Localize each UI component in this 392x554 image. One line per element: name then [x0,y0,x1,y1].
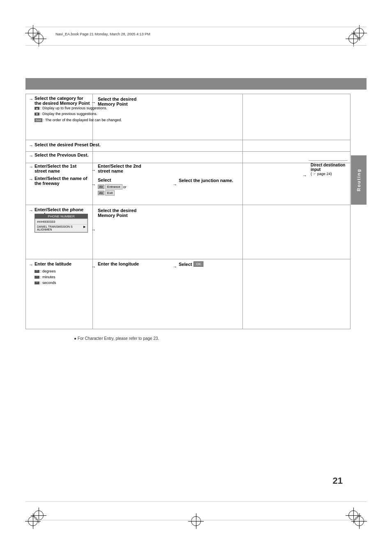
row7-note3: " : seconds [35,281,56,285]
row7-note2-text: : minutes [40,275,55,279]
row7-ok-btn[interactable]: OK [194,261,203,267]
bottom-border-line1 [25,501,367,502]
row7-note1: ° : degrees [35,269,56,273]
row1-step2: Select the desired Memory Point [98,97,151,106]
row-divider-1 [25,140,350,140]
row7-note1-text: : degrees [40,269,56,273]
row5-conn-arrow: → [91,182,96,187]
main-box-bottom [25,329,350,329]
row2-text: Select the desired Preset Dest. [35,142,101,147]
row7-note2: ' : minutes [35,275,55,279]
row7-arrow1: → [29,262,33,267]
row2-label: Select the desired Preset Dest. [35,142,101,147]
row5-exit-row: Ab Exit [98,190,115,196]
row7-note3-text: : seconds [40,281,56,285]
main-box-left [25,94,26,329]
phone-entry-arrow: ▶ [83,225,85,231]
row5-entrance-icon: Ab [98,185,104,189]
row4-step2: Enter/Select the 2nd street name [98,164,151,173]
row1-arrow1: → [29,97,33,102]
top-border-line [25,27,367,27]
row1-note3: Sort : The order of the displayed list c… [35,118,122,122]
row7-step3: Select OK [179,261,203,267]
row7-conn-arrow2: → [173,264,177,269]
row5-exit-btn[interactable]: Exit [105,190,115,196]
phone-widget-title: PHONE NUMBER [35,214,88,219]
phone-number-input: ###4930333 [36,219,87,224]
row7-step1-label: Enter the latitude [35,261,71,266]
row6-step2-label: Select the desired Memory Point [98,208,136,218]
row5-step2-label: Select [98,178,111,182]
row5-step3-arrow: → [173,182,177,187]
row6-step2: Select the desired Memory Point [98,208,151,218]
row7-icon2: ' [35,276,39,279]
reg-mark-bl-inner [34,510,44,520]
row1-note1: ▲ : Display up to five previous suggesti… [35,106,107,110]
row1-note3-text: : The order of the displayed list can be… [43,118,122,122]
row7-conn-arrow1: → [91,264,96,269]
direct-dest-box: → Direct destination input ( ☞ page 24) [309,160,348,176]
row4-step2-label: Enter/Select the 2nd street name [98,164,141,173]
row1-icon2: ▼ [35,113,39,115]
row6-conn-arrow: → [91,227,96,232]
direct-dest-label: Direct destination input [309,163,348,172]
row5-entrance-btn[interactable]: Entrance [105,184,122,189]
col-divider-1 [92,94,93,329]
row-divider-5 [25,259,350,259]
row7-step2: Enter the longitude [98,261,147,266]
phone-widget: PHONE NUMBER ###4930333 DANIEL TRANSMISS… [35,214,88,233]
row4-arrow1: → [29,164,33,169]
phone-entry-row: DANIEL TRANSMISSION S ALIGNMEN ▶ [36,225,87,231]
phone-entry-text: DANIEL TRANSMISSION S ALIGNMEN [37,225,83,231]
row4-step1: Enter/Select the 1st street name [35,164,88,173]
routing-tab: Routing [351,155,367,205]
row-divider-2 [25,151,350,152]
page-number: 21 [333,476,343,486]
row5-step1-label: Enter/Select the name of the freeway [35,176,87,186]
row5-step1: Enter/Select the name of the freeway [35,176,88,186]
footer-note: ● For Character Entry, please refer to p… [74,336,159,341]
reg-mark-bc [191,516,201,526]
row7-icon1: ° [35,270,39,273]
row3-text: Select the Previous Dest. [35,152,88,157]
reg-mark-tl-inner [34,34,44,44]
row-divider-4 [25,205,350,205]
row5-exit-icon: Ab [98,191,104,195]
row1-sort-btn: Sort [35,118,42,122]
main-box-right [350,94,350,329]
row1-icon1: ▲ [35,107,39,110]
row1-note1-text: : Display up to five previous suggestion… [40,106,107,110]
direct-dest-ref: ( ☞ page 24) [309,172,348,176]
bottom-border-line2 [25,520,367,520]
row4-step1-label: Enter/Select the 1st street name [35,164,76,173]
row3-arrow: → [29,153,33,158]
row1-step1-label: Select the category for the desired Memo… [35,96,90,106]
row1-note2: ▼ : Display the previous suggestions. [35,112,97,116]
row5-step3: Select the junction name. [179,178,236,183]
row1-step1: Select the category for the desired Memo… [35,96,90,106]
row7-icon3: " [35,282,39,284]
row-divider-3 [25,163,350,163]
top-border-line2 [25,45,367,46]
row5-or-text: or [123,185,127,189]
row7-step1: Enter the latitude [35,261,88,266]
reg-mark-tr-inner [348,34,358,44]
header-meta: Navi_EA.book Page 21 Monday, March 28, 2… [55,32,150,36]
row6-arrow1: → [29,208,33,213]
row5-step3-label: Select the junction name. [179,178,233,183]
row2-arrow: → [29,143,33,148]
col-divider-2 [242,94,243,329]
row5-buttons: Ab Entrance or [98,184,127,189]
row7-step2-label: Enter the longitude [98,261,139,266]
row4-conn-arrow: → [91,168,96,173]
title-bar [25,78,367,90]
row1-step2-label: Select the desired Memory Point [98,97,136,106]
row7-step3-label: Select [179,262,192,267]
row5-arrow1: → [29,177,33,182]
main-box-top [25,94,350,94]
reg-mark-br-inner [348,510,358,520]
row5-step2: Select [98,178,111,182]
row1-conn-arrow: → [91,100,96,105]
routing-tab-label: Routing [356,169,361,192]
direct-dest-arrow: → [302,173,307,178]
